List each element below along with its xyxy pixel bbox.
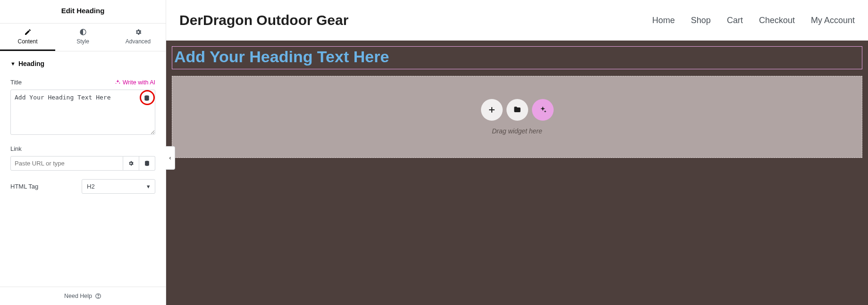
caret-down-icon: ▾ [147, 183, 150, 190]
template-library-button[interactable] [506, 99, 528, 121]
need-help-link[interactable]: Need Help [64, 293, 92, 299]
section-heading-toggle[interactable]: ▼ Heading [10, 60, 155, 67]
database-icon [144, 160, 150, 166]
panel-tabs: Content Style Advanced [0, 24, 166, 51]
link-field: Link [10, 145, 155, 171]
preview-area: ‹ DerDragon Outdoor Gear Home Shop Cart … [166, 0, 868, 305]
link-dynamic-button[interactable] [139, 156, 155, 171]
write-with-ai-link[interactable]: Write with AI [115, 79, 155, 86]
help-icon [95, 293, 101, 299]
dynamic-tags-button[interactable] [141, 92, 152, 104]
panel-footer: Need Help [0, 287, 166, 305]
heading-preview-text: Add Your Heading Text Here [174, 48, 860, 66]
canvas[interactable]: Add Your Heading Text Here Drag widget h… [166, 41, 868, 305]
html-tag-label: HTML Tag [10, 183, 38, 190]
widget-dropzone[interactable]: Drag widget here [172, 76, 862, 158]
editor-sidebar: Edit Heading Content Style Advanced ▼ He… [0, 0, 166, 305]
gear-icon [135, 28, 142, 36]
drag-label: Drag widget here [492, 127, 542, 135]
panel-title: Edit Heading [0, 0, 166, 24]
title-field: Title Write with AI [10, 79, 155, 137]
dropzone-actions [481, 99, 554, 121]
html-tag-select[interactable]: H2 ▾ [82, 179, 155, 194]
nav-cart[interactable]: Cart [727, 16, 743, 25]
chevron-left-icon: ‹ [169, 155, 171, 161]
nav-home[interactable]: Home [652, 16, 675, 25]
contrast-icon [79, 28, 87, 36]
heading-widget-selected[interactable]: Add Your Heading Text Here [172, 46, 862, 69]
html-tag-field: HTML Tag H2 ▾ [10, 179, 155, 194]
nav-shop[interactable]: Shop [691, 16, 711, 25]
nav-checkout[interactable]: Checkout [759, 16, 795, 25]
sparkle-icon [115, 79, 121, 85]
plus-icon [487, 105, 497, 115]
tab-advanced[interactable]: Advanced [110, 24, 166, 51]
collapse-panel-button[interactable]: ‹ [166, 146, 175, 170]
tab-style[interactable]: Style [55, 24, 110, 51]
svg-point-3 [98, 297, 99, 297]
pencil-icon [24, 28, 32, 36]
tab-content[interactable]: Content [0, 24, 55, 51]
database-icon [143, 95, 150, 101]
nav-account[interactable]: My Account [811, 16, 855, 25]
title-label: Title [10, 79, 22, 86]
folder-icon [513, 105, 522, 115]
add-widget-button[interactable] [481, 99, 503, 121]
title-input[interactable] [10, 90, 155, 135]
ai-widget-button[interactable] [532, 99, 554, 121]
caret-down-icon: ▼ [10, 61, 16, 66]
sparkle-icon [538, 105, 548, 115]
site-header: DerDragon Outdoor Gear Home Shop Cart Ch… [166, 0, 868, 41]
panel-body: ▼ Heading Title Write with AI Link [0, 51, 166, 287]
link-options-button[interactable] [123, 156, 139, 171]
site-nav: Home Shop Cart Checkout My Account [652, 16, 855, 25]
link-label: Link [10, 145, 155, 152]
site-title: DerDragon Outdoor Gear [179, 12, 348, 28]
link-input[interactable] [10, 156, 123, 171]
gear-icon [128, 160, 134, 166]
